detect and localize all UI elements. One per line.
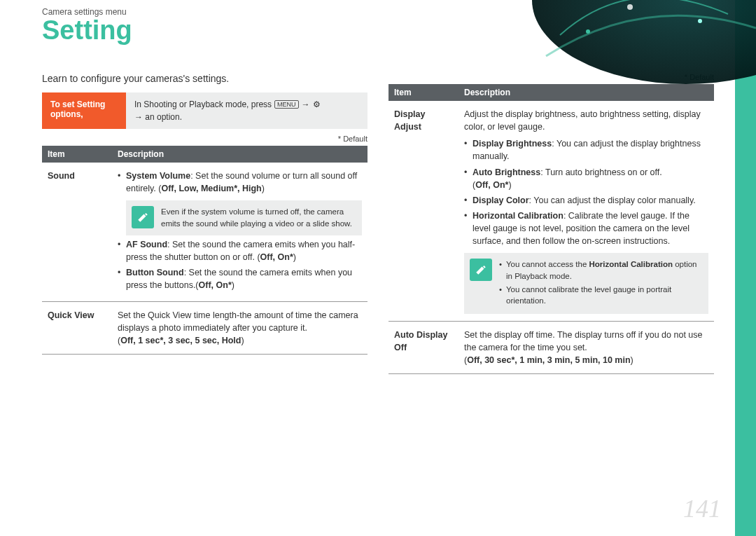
page-number: 141	[683, 494, 721, 523]
row-sound: Sound System Volume: Set the sound volum…	[42, 163, 368, 302]
btnsound-item: Button Sound: Set the sound the camera e…	[118, 266, 362, 291]
dc-item: Display Color: You can adjust the displa…	[464, 194, 708, 207]
quickview-opts: Off, 1 sec*, 3 sec, 5 sec, Hold	[120, 336, 241, 345]
settings-table-left: Item Description Sound System Volume: Se…	[42, 146, 368, 355]
btn-close: )	[232, 280, 234, 290]
cell-display-label: Display Adjust	[388, 101, 458, 321]
instruction-box: To set Setting options, In Shooting or P…	[42, 92, 368, 129]
sysvol-bold: System Volume	[126, 171, 190, 181]
pen-icon	[470, 259, 492, 281]
db-bold: Display Brightness	[472, 139, 552, 149]
note1-pre: You cannot access the	[506, 260, 589, 268]
quickview-text: Set the Quick View time length-the amoun…	[118, 310, 358, 333]
row-quickview: Quick View Set the Quick View time lengt…	[42, 302, 368, 355]
sound-note: Even if the system volume is turned off,…	[126, 200, 362, 235]
sysvol-opts: Off, Low, Medium*, High	[161, 184, 261, 193]
note1: You cannot access the Horizontal Calibra…	[499, 259, 703, 282]
hc-item: Horizontal Calibration: Calibrate the le…	[464, 209, 708, 247]
accent-strip	[735, 0, 756, 536]
ab-bold: Auto Brightness	[472, 167, 540, 177]
af-close: )	[293, 252, 296, 262]
sysvol-item: System Volume: Set the sound volume or t…	[118, 170, 362, 235]
display-intro: Adjust the display brightness, auto brig…	[464, 108, 708, 133]
cell-autodisp-label: Auto Display Off	[388, 321, 458, 373]
row-autodisplay: Auto Display Off Set the display off tim…	[388, 321, 714, 373]
ab-text: : Turn auto brightness on or off.	[540, 167, 662, 177]
row-display-adjust: Display Adjust Adjust the display bright…	[388, 101, 714, 321]
sysvol-close: )	[262, 184, 265, 193]
afsound-item: AF Sound: Set the sound the camera emits…	[118, 238, 362, 263]
db-item: Display Brightness: You can adjust the d…	[464, 137, 708, 163]
autodisp-opts: Off, 30 sec*, 1 min, 3 min, 5 min, 10 mi…	[467, 355, 630, 365]
ab-opts: Off, On*	[475, 180, 508, 190]
hc-bold: Horizontal Calibration	[472, 211, 564, 221]
instr-post: → an option.	[134, 112, 182, 122]
th-item: Item	[42, 146, 112, 163]
right-column: * Default Item Description Display Adjus…	[388, 73, 714, 374]
th-desc-r: Description	[458, 84, 714, 101]
gear-icon: ⚙	[313, 99, 321, 109]
note2: You cannot calibrate the level gauge in …	[499, 284, 703, 307]
display-note: You cannot access the Horizontal Calibra…	[464, 253, 708, 314]
page-title: Setting	[42, 15, 756, 46]
instr-pre: In Shooting or Playback mode, press	[134, 99, 272, 109]
af-opts: Off, On*	[260, 252, 293, 262]
sound-note-text: Even if the system volume is turned off,…	[161, 206, 356, 229]
pen-icon	[132, 206, 154, 228]
settings-table-right: Item Description Display Adjust Adjust t…	[388, 84, 714, 374]
cell-sound-label: Sound	[42, 163, 112, 302]
arrow1: →	[302, 99, 310, 109]
menu-key-icon: MENU	[274, 100, 299, 109]
instruction-body: In Shooting or Playback mode, press MENU…	[126, 92, 368, 129]
btn-opts: Off, On*	[199, 280, 232, 290]
th-item-r: Item	[388, 84, 458, 101]
autodisp-text: Set the display off time. The display tu…	[464, 330, 702, 352]
cell-quickview-label: Quick View	[42, 302, 112, 355]
default-note-right: * Default	[388, 73, 714, 81]
dc-text: : You can adjust the display color manua…	[529, 195, 696, 205]
btn-bold: Button Sound	[126, 268, 184, 277]
note1-bold: Horizontal Calibration	[589, 260, 673, 268]
left-column: Learn to configure your cameras's settin…	[42, 73, 368, 374]
default-note-left: * Default	[42, 135, 368, 143]
intro-text: Learn to configure your cameras's settin…	[42, 73, 368, 84]
af-bold: AF Sound	[126, 240, 167, 249]
ab-item: Auto Brightness: Turn auto brightness on…	[464, 166, 708, 191]
th-desc: Description	[112, 146, 368, 163]
instruction-label: To set Setting options,	[42, 92, 126, 129]
dc-bold: Display Color	[472, 195, 529, 205]
